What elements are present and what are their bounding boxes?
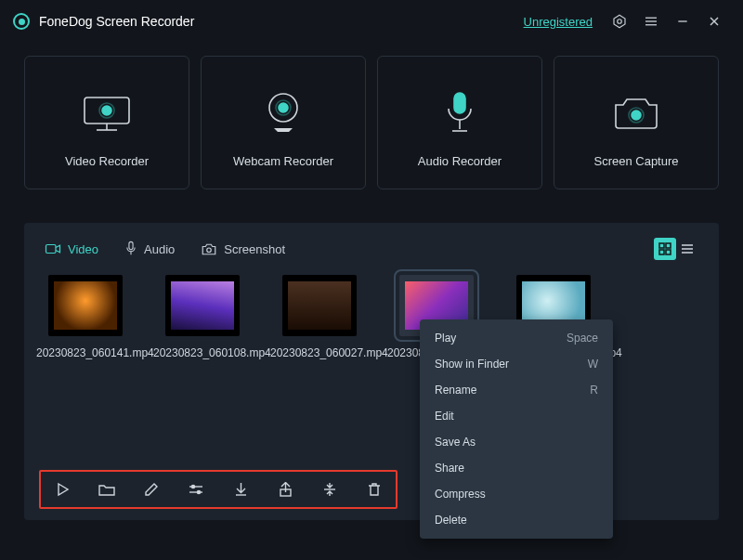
ctx-save-as[interactable]: Save As	[420, 429, 613, 455]
thumbnail-image	[54, 281, 117, 330]
folder-icon[interactable]	[98, 481, 115, 498]
edit-icon[interactable]	[143, 481, 160, 498]
context-menu: PlaySpace Show in FinderW RenameR Edit S…	[420, 319, 613, 539]
svg-rect-26	[666, 243, 671, 248]
gear-icon[interactable]	[611, 13, 628, 30]
ctx-shortcut: Space	[567, 332, 598, 345]
tab-video[interactable]: Video	[45, 242, 98, 256]
sliders-icon[interactable]	[188, 481, 204, 498]
ctx-compress[interactable]: Compress	[420, 481, 613, 507]
camera-icon	[610, 89, 662, 137]
card-screen-capture[interactable]: Screen Capture	[554, 56, 719, 189]
microphone-icon	[441, 89, 478, 137]
thumb-item[interactable]: 20230823_060108.mp4	[165, 275, 240, 361]
svg-point-24	[207, 248, 212, 253]
trash-icon[interactable]	[366, 481, 383, 498]
svg-rect-25	[659, 243, 664, 248]
share-icon[interactable]	[277, 481, 293, 498]
tab-label: Video	[68, 242, 98, 256]
ctx-label: Rename	[435, 384, 476, 397]
svg-marker-32	[59, 484, 68, 495]
minimize-button[interactable]	[674, 13, 691, 30]
svg-rect-16	[454, 93, 465, 113]
ctx-rename[interactable]: RenameR	[420, 377, 613, 403]
svg-marker-0	[614, 15, 625, 28]
recordings-panel: Video Audio Screenshot 20230823_060141.m…	[24, 223, 719, 520]
thumb-label: 20230823_060141.mp4	[36, 345, 135, 361]
ctx-label: Play	[435, 332, 456, 345]
tab-audio[interactable]: Audio	[124, 241, 175, 257]
svg-point-1	[618, 20, 622, 24]
card-webcam-recorder[interactable]: Webcam Recorder	[201, 56, 366, 189]
unregistered-link[interactable]: Unregistered	[524, 15, 593, 29]
play-icon[interactable]	[54, 481, 71, 498]
thumb-label: 20230823_060108.mp4	[153, 345, 252, 361]
view-grid-button[interactable]	[654, 238, 676, 260]
thumb-label: 20230823_060027.mp4	[270, 345, 369, 361]
svg-rect-21	[46, 245, 57, 254]
save-icon[interactable]	[232, 481, 249, 498]
ctx-label: Save As	[435, 436, 476, 449]
card-video-recorder[interactable]: Video Recorder	[24, 56, 189, 189]
ctx-label: Edit	[435, 410, 454, 423]
webcam-icon	[259, 89, 307, 137]
svg-rect-28	[666, 250, 671, 254]
card-label: Video Recorder	[65, 154, 149, 168]
svg-rect-27	[659, 250, 664, 254]
ctx-play[interactable]: PlaySpace	[420, 325, 613, 351]
svg-point-19	[632, 111, 641, 120]
ctx-label: Compress	[435, 488, 486, 501]
ctx-shortcut: W	[588, 358, 598, 371]
svg-point-36	[197, 490, 200, 493]
thumbnail-image	[288, 281, 351, 330]
view-list-button[interactable]	[676, 238, 698, 260]
menu-icon[interactable]	[643, 13, 659, 30]
app-logo	[13, 13, 30, 30]
svg-point-35	[191, 485, 194, 488]
thumbnail-image	[171, 281, 234, 330]
tab-screenshot[interactable]: Screenshot	[201, 242, 285, 256]
bottom-toolbar	[39, 470, 398, 509]
compress-icon[interactable]	[321, 481, 338, 498]
thumb-item[interactable]: 20230823_060141.mp4	[48, 275, 123, 361]
card-label: Audio Recorder	[418, 154, 502, 168]
tab-label: Screenshot	[224, 242, 285, 256]
ctx-label: Delete	[435, 514, 467, 527]
thumb-item[interactable]: 20230823_060027.mp4	[282, 275, 357, 361]
close-button[interactable]	[706, 13, 723, 30]
card-audio-recorder[interactable]: Audio Recorder	[377, 56, 542, 189]
ctx-delete[interactable]: Delete	[420, 507, 613, 533]
card-label: Screen Capture	[593, 154, 678, 168]
card-label: Webcam Recorder	[233, 154, 333, 168]
ctx-label: Show in Finder	[435, 358, 509, 371]
ctx-label: Share	[435, 462, 464, 475]
ctx-shortcut: R	[590, 384, 598, 397]
svg-rect-22	[129, 241, 133, 249]
ctx-share[interactable]: Share	[420, 455, 613, 481]
monitor-icon	[78, 89, 136, 137]
ctx-edit[interactable]: Edit	[420, 403, 613, 429]
app-title: FoneDog Screen Recorder	[39, 14, 524, 29]
ctx-show-in-finder[interactable]: Show in FinderW	[420, 351, 613, 377]
svg-point-14	[279, 103, 288, 112]
svg-point-11	[102, 106, 111, 115]
tab-label: Audio	[144, 242, 175, 256]
